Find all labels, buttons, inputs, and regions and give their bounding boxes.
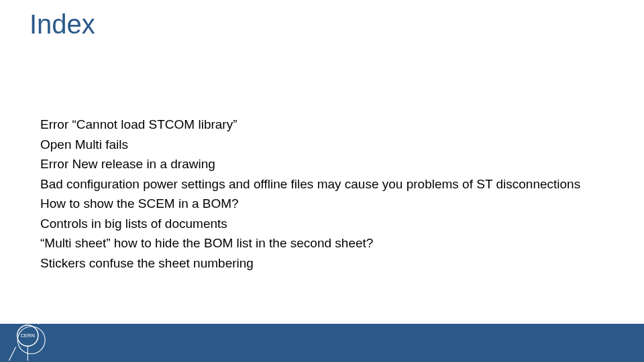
- index-list: Error “Cannot load STCOM library” Open M…: [40, 115, 631, 274]
- svg-line-3: [38, 315, 52, 324]
- logo-text: CERN: [21, 333, 35, 339]
- list-item: “Multi sheet” how to hide the BOM list i…: [40, 234, 631, 253]
- list-item: How to show the SCEM in a BOM?: [40, 194, 631, 213]
- slide: Index Error “Cannot load STCOM library” …: [0, 0, 644, 362]
- list-item: Error New release in a drawing: [40, 155, 631, 174]
- cern-logo-icon: CERN: [7, 315, 52, 361]
- list-item: Stickers confuse the sheet numbering: [40, 254, 631, 273]
- cern-logo: CERN: [7, 315, 52, 361]
- list-item: Bad configuration power settings and off…: [40, 175, 631, 194]
- svg-point-1: [17, 326, 45, 354]
- list-item: Open Multi fails: [40, 135, 631, 154]
- slide-title: Index: [30, 9, 95, 40]
- list-item: Controls in big lists of documents: [40, 215, 631, 233]
- svg-line-4: [9, 347, 15, 361]
- footer-bar: [0, 324, 644, 362]
- list-item: Error “Cannot load STCOM library”: [40, 115, 631, 134]
